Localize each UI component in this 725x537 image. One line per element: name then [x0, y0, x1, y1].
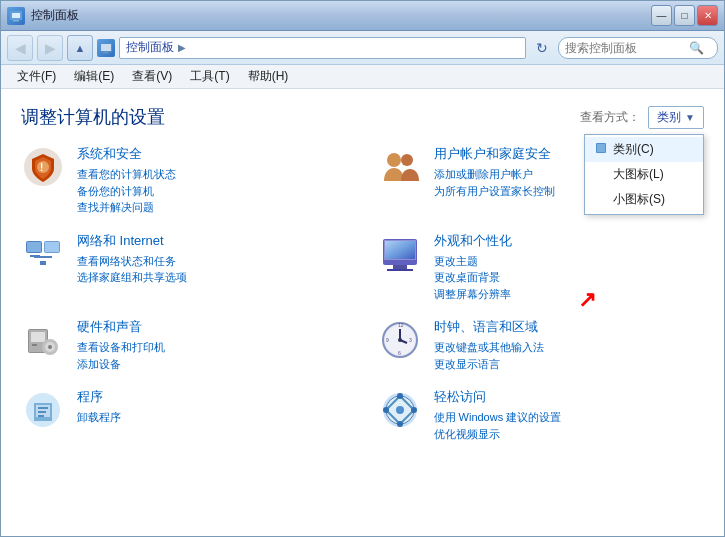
appearance-text: 外观和个性化 更改主题 更改桌面背景 调整屏幕分辨率: [434, 232, 705, 303]
appearance-desc: 更改主题 更改桌面背景 调整屏幕分辨率: [434, 253, 705, 303]
cp-item-hardware[interactable]: 硬件和声音 查看设备和打印机 添加设备: [21, 318, 348, 372]
cp-item-appearance[interactable]: 外观和个性化 更改主题 更改桌面背景 调整屏幕分辨率: [378, 232, 705, 303]
programs-text: 程序 卸载程序: [77, 388, 348, 426]
svg-text:!: !: [40, 162, 43, 173]
address-bar: ◀ ▶ ▲ 控制面板 ▶ ↻ 🔍: [1, 31, 724, 65]
svg-text:12: 12: [398, 322, 404, 328]
svg-rect-17: [45, 242, 59, 252]
access-icon: [378, 388, 422, 432]
page-header: 调整计算机的设置 查看方式： 类别 ▼: [21, 105, 704, 129]
svg-rect-19: [40, 261, 46, 265]
programs-desc: 卸载程序: [77, 409, 348, 426]
dropdown-item-category[interactable]: 类别(C): [585, 137, 703, 162]
breadcrumb-separator: ▶: [178, 42, 186, 53]
view-selector: 查看方式： 类别 ▼ 类别(C): [580, 106, 704, 129]
network-icon: [21, 232, 65, 276]
network-title[interactable]: 网络和 Internet: [77, 232, 348, 250]
menu-tools[interactable]: 工具(T): [182, 66, 237, 87]
security-title[interactable]: 系统和安全: [77, 145, 348, 163]
hardware-title[interactable]: 硬件和声音: [77, 318, 348, 336]
menu-view[interactable]: 查看(V): [124, 66, 180, 87]
spacer-icon: [595, 168, 607, 180]
dropdown-arrow-icon: ▼: [685, 112, 695, 123]
programs-icon: [21, 388, 65, 432]
cp-item-access[interactable]: 轻松访问 使用 Windows 建议的设置 优化视频显示: [378, 388, 705, 442]
svg-point-36: [398, 338, 402, 342]
breadcrumb-root: 控制面板: [126, 39, 174, 56]
svg-rect-22: [385, 241, 415, 259]
page-title: 调整计算机的设置: [21, 105, 165, 129]
menu-help[interactable]: 帮助(H): [240, 66, 297, 87]
clock-text: 时钟、语言和区域 更改键盘或其他输入法 更改显示语言: [434, 318, 705, 372]
access-desc: 使用 Windows 建议的设置 优化视频显示: [434, 409, 705, 442]
clock-desc: 更改键盘或其他输入法 更改显示语言: [434, 339, 705, 372]
appearance-icon: [378, 232, 422, 276]
search-icon[interactable]: 🔍: [689, 41, 704, 55]
svg-point-50: [383, 407, 389, 413]
view-dropdown[interactable]: 类别 ▼: [648, 106, 704, 129]
title-bar: 控制面板 — □ ✕: [1, 1, 724, 31]
title-bar-left: 控制面板: [7, 7, 79, 25]
cp-item-network[interactable]: 网络和 Internet 查看网络状态和任务 选择家庭组和共享选项: [21, 232, 348, 303]
hardware-text: 硬件和声音 查看设备和打印机 添加设备: [77, 318, 348, 372]
main-window: 控制面板 — □ ✕ ◀ ▶ ▲ 控制面板 ▶ ↻ 🔍: [0, 0, 725, 537]
svg-point-48: [411, 407, 417, 413]
check-icon: [595, 142, 607, 156]
dropdown-label-large: 大图标(L): [613, 166, 664, 183]
menu-file[interactable]: 文件(F): [9, 66, 64, 87]
arrow-indicator: ↗: [578, 287, 596, 313]
svg-rect-23: [393, 265, 407, 269]
close-button[interactable]: ✕: [697, 5, 718, 26]
svg-rect-43: [38, 411, 46, 413]
dropdown-item-small-icon[interactable]: 小图标(S): [585, 187, 703, 212]
menu-bar: 文件(F) 编辑(E) 查看(V) 工具(T) 帮助(H): [1, 65, 724, 89]
up-button[interactable]: ▲: [67, 35, 93, 61]
title-bar-controls: — □ ✕: [651, 5, 718, 26]
search-bar[interactable]: 🔍: [558, 37, 718, 59]
cp-item-security[interactable]: ! 系统和安全 查看您的计算机状态 备份您的计算机 查找并解决问题: [21, 145, 348, 216]
dropdown-label-small: 小图标(S): [613, 191, 665, 208]
svg-rect-5: [103, 52, 109, 54]
breadcrumb[interactable]: 控制面板 ▶: [119, 37, 526, 59]
network-desc: 查看网络状态和任务 选择家庭组和共享选项: [77, 253, 348, 286]
cp-item-clock[interactable]: 12 3 6 9 时钟、语言和区域 更改键盘或其他输入法 更改显示语言: [378, 318, 705, 372]
svg-rect-28: [32, 344, 37, 346]
window-title: 控制面板: [31, 7, 79, 24]
svg-text:6: 6: [398, 350, 401, 356]
svg-rect-1: [12, 13, 20, 18]
appearance-title[interactable]: 外观和个性化: [434, 232, 705, 250]
dropdown-label-category: 类别(C): [613, 141, 654, 158]
maximize-button[interactable]: □: [674, 5, 695, 26]
svg-point-51: [396, 406, 404, 414]
view-label: 查看方式：: [580, 109, 640, 126]
dropdown-item-large-icon[interactable]: 大图标(L): [585, 162, 703, 187]
svg-rect-4: [101, 44, 111, 51]
svg-rect-27: [31, 332, 45, 342]
svg-point-47: [397, 393, 403, 399]
security-text: 系统和安全 查看您的计算机状态 备份您的计算机 查找并解决问题: [77, 145, 348, 216]
svg-point-11: [387, 153, 401, 167]
back-button[interactable]: ◀: [7, 35, 33, 61]
minimize-button[interactable]: —: [651, 5, 672, 26]
clock-icon: 12 3 6 9: [378, 318, 422, 362]
security-desc: 查看您的计算机状态 备份您的计算机 查找并解决问题: [77, 166, 348, 216]
programs-title[interactable]: 程序: [77, 388, 348, 406]
menu-edit[interactable]: 编辑(E): [66, 66, 122, 87]
svg-text:9: 9: [386, 337, 389, 343]
svg-point-31: [48, 345, 52, 349]
users-icon: [378, 145, 422, 189]
search-input[interactable]: [565, 41, 685, 55]
window-icon: [7, 7, 25, 25]
clock-title[interactable]: 时钟、语言和区域: [434, 318, 705, 336]
svg-point-12: [401, 154, 413, 166]
cp-item-programs[interactable]: 程序 卸载程序: [21, 388, 348, 442]
svg-rect-7: [597, 144, 605, 152]
dropdown-menu: 类别(C) 大图标(L) 小图标(S): [584, 134, 704, 215]
refresh-button[interactable]: ↻: [530, 36, 554, 60]
svg-rect-44: [38, 415, 44, 417]
network-text: 网络和 Internet 查看网络状态和任务 选择家庭组和共享选项: [77, 232, 348, 286]
view-current: 类别: [657, 109, 681, 126]
access-title[interactable]: 轻松访问: [434, 388, 705, 406]
forward-button[interactable]: ▶: [37, 35, 63, 61]
hardware-icon: [21, 318, 65, 362]
